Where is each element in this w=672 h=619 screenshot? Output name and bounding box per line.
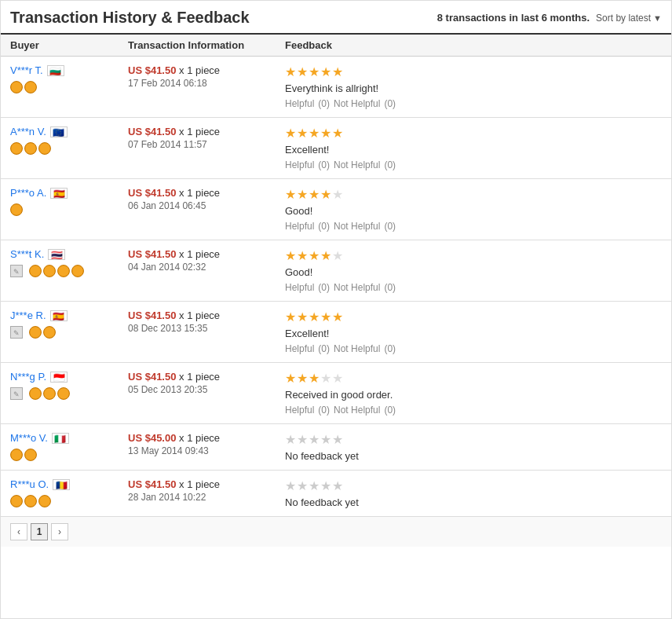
not-helpful-label: Not Helpful — [334, 282, 380, 293]
medal-icon — [10, 449, 23, 461]
transaction-date: 17 Feb 2014 06:18 — [128, 78, 285, 89]
star-icon: ★ — [332, 310, 343, 324]
star-icon: ★ — [285, 478, 296, 493]
feedback-cell: ★★★★★ Good! Helpful (0) Not Helpful (0) — [285, 187, 662, 232]
buyer-username[interactable]: P***o A. — [10, 187, 46, 199]
helpful-row: Helpful (0) Not Helpful (0) — [285, 98, 662, 109]
page-title: Transaction History & Feedback — [10, 9, 250, 27]
not-helpful-label: Not Helpful — [334, 98, 380, 109]
medals-row: ✎ — [10, 326, 128, 339]
feedback-text: Received in good order. — [285, 389, 662, 401]
star-icon: ★ — [285, 187, 296, 202]
buyer-cell: R***u O. 🇷🇴 — [10, 478, 128, 507]
transaction-quantity: x 1 piece — [179, 126, 220, 137]
medal-icon — [29, 326, 42, 339]
buyer-cell: J***e R. 🇪🇸 ✎ — [10, 310, 128, 339]
buyer-username[interactable]: N***g P. — [10, 371, 46, 383]
transaction-date: 28 Jan 2014 10:22 — [128, 492, 285, 503]
table-row: P***o A. 🇪🇸 US $41.50 x 1 piece 06 Jan 2… — [1, 179, 671, 240]
helpful-row: Helpful (0) Not Helpful (0) — [285, 159, 662, 170]
star-empty-icon: ★ — [320, 371, 331, 386]
medals-row — [10, 142, 128, 155]
helpful-count: (0) — [318, 98, 330, 109]
star-icon: ★ — [297, 248, 308, 263]
buyer-username[interactable]: J***e R. — [10, 310, 46, 321]
col-buyer: Buyer — [10, 39, 128, 51]
not-helpful-count: (0) — [384, 282, 396, 293]
table-row: V***r T. 🇧🇬 US $41.50 x 1 piece 17 Feb 2… — [1, 57, 671, 118]
transaction-price: US $41.50 — [128, 248, 176, 260]
star-rating: ★★★★★ — [285, 432, 662, 447]
star-icon: ★ — [320, 248, 331, 263]
prev-page-button[interactable]: ‹ — [10, 523, 27, 540]
transaction-price: US $41.50 — [128, 310, 176, 321]
sort-arrow-icon: ▼ — [653, 13, 662, 23]
star-icon: ★ — [309, 432, 320, 447]
star-icon: ★ — [309, 126, 320, 141]
medal-icon — [57, 265, 70, 277]
table-row: S***t K. 🇹🇭 ✎ US $41.50 x 1 piece 04 Jan… — [1, 240, 671, 302]
sort-button[interactable]: Sort by latest ▼ — [596, 13, 662, 24]
medal-icon — [10, 81, 23, 93]
buyer-cell: M***o V. 🇮🇹 — [10, 432, 128, 461]
star-icon: ★ — [320, 478, 331, 493]
feedback-cell: ★★★★★ No feedback yet — [285, 478, 662, 508]
star-icon: ★ — [297, 187, 308, 202]
not-helpful-count: (0) — [384, 159, 396, 170]
helpful-label: Helpful — [285, 405, 314, 416]
feedback-text: Everythink is allright! — [285, 82, 662, 94]
buyer-flag: 🇮🇩 — [50, 372, 68, 383]
buyer-name: A***n V. 🇪🇺 — [10, 126, 128, 137]
buyer-name: M***o V. 🇮🇹 — [10, 432, 128, 444]
feedback-text: Good! — [285, 266, 662, 278]
feedback-text: Excellent! — [285, 144, 662, 156]
helpful-label: Helpful — [285, 282, 314, 293]
star-rating: ★★★★★ — [285, 478, 662, 493]
star-icon: ★ — [297, 126, 308, 141]
helpful-count: (0) — [318, 282, 330, 293]
buyer-username[interactable]: V***r T. — [10, 64, 43, 76]
star-icon: ★ — [320, 187, 331, 202]
transaction-date: 05 Dec 2013 20:35 — [128, 384, 285, 395]
col-transaction: Transaction Information — [128, 39, 285, 51]
star-rating: ★★★★★ — [285, 187, 662, 202]
star-icon: ★ — [332, 432, 343, 447]
medals-row — [10, 449, 128, 461]
star-rating: ★★★★★ — [285, 310, 662, 324]
buyer-name: J***e R. 🇪🇸 — [10, 310, 128, 321]
transaction-quantity: x 1 piece — [179, 432, 220, 444]
buyer-username[interactable]: A***n V. — [10, 126, 46, 137]
star-icon: ★ — [332, 478, 343, 493]
not-helpful-count: (0) — [384, 98, 396, 109]
transaction-cell: US $45.00 x 1 piece 13 May 2014 09:43 — [128, 432, 285, 456]
buyer-username[interactable]: S***t K. — [10, 248, 44, 260]
medals-row: ✎ — [10, 265, 128, 277]
star-rating: ★★★★★ — [285, 126, 662, 141]
helpful-label: Helpful — [285, 98, 314, 109]
feedback-cell: ★★★★★ Everythink is allright! Helpful (0… — [285, 64, 662, 109]
transaction-cell: US $41.50 x 1 piece 06 Jan 2014 06:45 — [128, 187, 285, 211]
table-body: V***r T. 🇧🇬 US $41.50 x 1 piece 17 Feb 2… — [1, 57, 671, 516]
buyer-flag: 🇹🇭 — [48, 249, 65, 260]
transaction-date: 07 Feb 2014 11:57 — [128, 139, 285, 150]
transaction-price: US $45.00 — [128, 432, 176, 444]
table-row: J***e R. 🇪🇸 ✎ US $41.50 x 1 piece 08 Dec… — [1, 302, 671, 363]
star-icon: ★ — [320, 432, 331, 447]
seller-badge-icon: ✎ — [10, 326, 23, 339]
medal-icon — [10, 203, 23, 216]
feedback-text: Good! — [285, 205, 662, 217]
sort-label: Sort by latest — [596, 13, 651, 24]
helpful-label: Helpful — [285, 159, 314, 170]
buyer-username[interactable]: R***u O. — [10, 478, 49, 490]
star-rating: ★★★★★ — [285, 248, 662, 263]
medal-icon — [24, 81, 37, 93]
buyer-cell: P***o A. 🇪🇸 — [10, 187, 128, 216]
helpful-count: (0) — [318, 159, 330, 170]
medals-row: ✎ — [10, 387, 128, 400]
star-icon: ★ — [297, 478, 308, 493]
medal-icon — [24, 495, 37, 507]
buyer-username[interactable]: M***o V. — [10, 432, 48, 444]
next-page-button[interactable]: › — [51, 523, 68, 540]
not-helpful-label: Not Helpful — [334, 343, 380, 354]
star-icon: ★ — [320, 64, 331, 79]
